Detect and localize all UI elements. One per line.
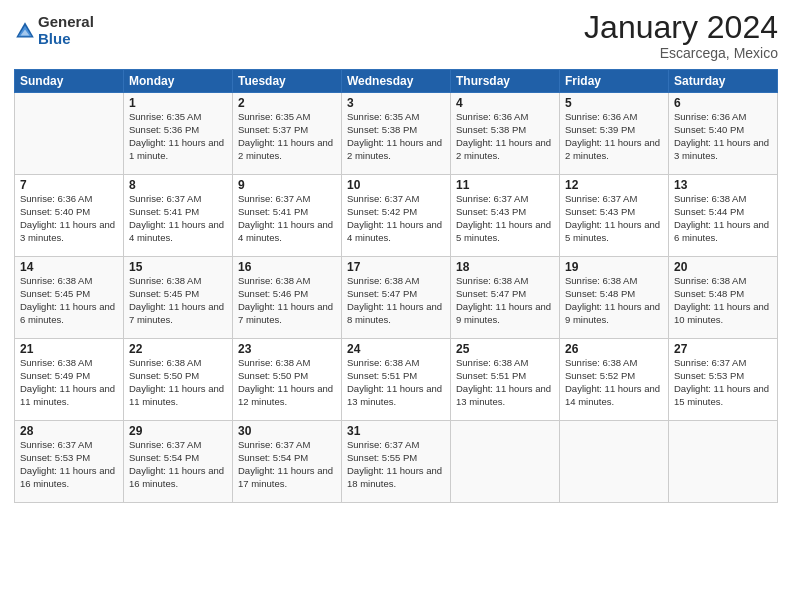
table-row: 15 Sunrise: 6:38 AM Sunset: 5:45 PM Dayl… xyxy=(124,257,233,339)
table-row: 11 Sunrise: 6:37 AM Sunset: 5:43 PM Dayl… xyxy=(451,175,560,257)
day-number: 3 xyxy=(347,96,445,110)
day-info: Sunrise: 6:36 AM Sunset: 5:39 PM Dayligh… xyxy=(565,111,663,162)
day-info: Sunrise: 6:38 AM Sunset: 5:46 PM Dayligh… xyxy=(238,275,336,326)
table-row: 18 Sunrise: 6:38 AM Sunset: 5:47 PM Dayl… xyxy=(451,257,560,339)
sunset-text: Sunset: 5:41 PM xyxy=(238,206,308,217)
daylight-text: Daylight: 11 hours and 6 minutes. xyxy=(20,301,115,325)
table-row: 9 Sunrise: 6:37 AM Sunset: 5:41 PM Dayli… xyxy=(233,175,342,257)
calendar-week-row: 28 Sunrise: 6:37 AM Sunset: 5:53 PM Dayl… xyxy=(15,421,778,503)
logo-general-text: General xyxy=(38,14,94,31)
daylight-text: Daylight: 11 hours and 12 minutes. xyxy=(238,383,333,407)
sunrise-text: Sunrise: 6:38 AM xyxy=(129,275,201,286)
daylight-text: Daylight: 11 hours and 7 minutes. xyxy=(129,301,224,325)
daylight-text: Daylight: 11 hours and 14 minutes. xyxy=(565,383,660,407)
sunrise-text: Sunrise: 6:38 AM xyxy=(456,357,528,368)
daylight-text: Daylight: 11 hours and 18 minutes. xyxy=(347,465,442,489)
day-number: 11 xyxy=(456,178,554,192)
day-info: Sunrise: 6:36 AM Sunset: 5:40 PM Dayligh… xyxy=(674,111,772,162)
table-row: 2 Sunrise: 6:35 AM Sunset: 5:37 PM Dayli… xyxy=(233,93,342,175)
day-number: 24 xyxy=(347,342,445,356)
table-row: 14 Sunrise: 6:38 AM Sunset: 5:45 PM Dayl… xyxy=(15,257,124,339)
day-number: 6 xyxy=(674,96,772,110)
day-number: 29 xyxy=(129,424,227,438)
sunrise-text: Sunrise: 6:38 AM xyxy=(20,357,92,368)
sunset-text: Sunset: 5:38 PM xyxy=(347,124,417,135)
sunrise-text: Sunrise: 6:37 AM xyxy=(674,357,746,368)
table-row: 7 Sunrise: 6:36 AM Sunset: 5:40 PM Dayli… xyxy=(15,175,124,257)
day-info: Sunrise: 6:38 AM Sunset: 5:51 PM Dayligh… xyxy=(347,357,445,408)
sunset-text: Sunset: 5:54 PM xyxy=(129,452,199,463)
day-number: 12 xyxy=(565,178,663,192)
daylight-text: Daylight: 11 hours and 16 minutes. xyxy=(129,465,224,489)
daylight-text: Daylight: 11 hours and 16 minutes. xyxy=(20,465,115,489)
daylight-text: Daylight: 11 hours and 4 minutes. xyxy=(129,219,224,243)
day-info: Sunrise: 6:37 AM Sunset: 5:55 PM Dayligh… xyxy=(347,439,445,490)
sunset-text: Sunset: 5:44 PM xyxy=(674,206,744,217)
sunset-text: Sunset: 5:45 PM xyxy=(20,288,90,299)
table-row: 1 Sunrise: 6:35 AM Sunset: 5:36 PM Dayli… xyxy=(124,93,233,175)
sunrise-text: Sunrise: 6:37 AM xyxy=(20,439,92,450)
day-info: Sunrise: 6:38 AM Sunset: 5:44 PM Dayligh… xyxy=(674,193,772,244)
sunset-text: Sunset: 5:52 PM xyxy=(565,370,635,381)
daylight-text: Daylight: 11 hours and 11 minutes. xyxy=(20,383,115,407)
daylight-text: Daylight: 11 hours and 10 minutes. xyxy=(674,301,769,325)
sunrise-text: Sunrise: 6:37 AM xyxy=(456,193,528,204)
day-info: Sunrise: 6:37 AM Sunset: 5:43 PM Dayligh… xyxy=(565,193,663,244)
day-info: Sunrise: 6:38 AM Sunset: 5:50 PM Dayligh… xyxy=(129,357,227,408)
calendar-location: Escarcega, Mexico xyxy=(584,45,778,61)
table-row: 19 Sunrise: 6:38 AM Sunset: 5:48 PM Dayl… xyxy=(560,257,669,339)
sunset-text: Sunset: 5:36 PM xyxy=(129,124,199,135)
day-number: 22 xyxy=(129,342,227,356)
sunset-text: Sunset: 5:48 PM xyxy=(565,288,635,299)
sunrise-text: Sunrise: 6:38 AM xyxy=(20,275,92,286)
sunset-text: Sunset: 5:46 PM xyxy=(238,288,308,299)
logo-blue-text: Blue xyxy=(38,31,94,48)
title-block: January 2024 Escarcega, Mexico xyxy=(584,10,778,61)
calendar-week-row: 7 Sunrise: 6:36 AM Sunset: 5:40 PM Dayli… xyxy=(15,175,778,257)
sunrise-text: Sunrise: 6:38 AM xyxy=(456,275,528,286)
daylight-text: Daylight: 11 hours and 3 minutes. xyxy=(674,137,769,161)
daylight-text: Daylight: 11 hours and 5 minutes. xyxy=(565,219,660,243)
day-number: 14 xyxy=(20,260,118,274)
table-row: 31 Sunrise: 6:37 AM Sunset: 5:55 PM Dayl… xyxy=(342,421,451,503)
day-info: Sunrise: 6:37 AM Sunset: 5:41 PM Dayligh… xyxy=(238,193,336,244)
sunset-text: Sunset: 5:43 PM xyxy=(456,206,526,217)
sunrise-text: Sunrise: 6:37 AM xyxy=(129,193,201,204)
sunrise-text: Sunrise: 6:36 AM xyxy=(565,111,637,122)
day-info: Sunrise: 6:38 AM Sunset: 5:45 PM Dayligh… xyxy=(20,275,118,326)
table-row xyxy=(451,421,560,503)
header: General Blue January 2024 Escarcega, Mex… xyxy=(14,10,778,61)
day-info: Sunrise: 6:38 AM Sunset: 5:47 PM Dayligh… xyxy=(347,275,445,326)
sunset-text: Sunset: 5:48 PM xyxy=(674,288,744,299)
day-number: 25 xyxy=(456,342,554,356)
day-info: Sunrise: 6:38 AM Sunset: 5:47 PM Dayligh… xyxy=(456,275,554,326)
table-row xyxy=(15,93,124,175)
table-row: 3 Sunrise: 6:35 AM Sunset: 5:38 PM Dayli… xyxy=(342,93,451,175)
calendar-week-row: 21 Sunrise: 6:38 AM Sunset: 5:49 PM Dayl… xyxy=(15,339,778,421)
day-number: 13 xyxy=(674,178,772,192)
daylight-text: Daylight: 11 hours and 2 minutes. xyxy=(565,137,660,161)
day-info: Sunrise: 6:36 AM Sunset: 5:40 PM Dayligh… xyxy=(20,193,118,244)
daylight-text: Daylight: 11 hours and 13 minutes. xyxy=(456,383,551,407)
col-tuesday: Tuesday xyxy=(233,70,342,93)
day-number: 17 xyxy=(347,260,445,274)
calendar-table: Sunday Monday Tuesday Wednesday Thursday… xyxy=(14,69,778,503)
col-monday: Monday xyxy=(124,70,233,93)
sunrise-text: Sunrise: 6:37 AM xyxy=(238,439,310,450)
logo-icon xyxy=(14,20,36,42)
table-row: 24 Sunrise: 6:38 AM Sunset: 5:51 PM Dayl… xyxy=(342,339,451,421)
day-info: Sunrise: 6:38 AM Sunset: 5:49 PM Dayligh… xyxy=(20,357,118,408)
day-number: 28 xyxy=(20,424,118,438)
sunset-text: Sunset: 5:50 PM xyxy=(238,370,308,381)
table-row: 28 Sunrise: 6:37 AM Sunset: 5:53 PM Dayl… xyxy=(15,421,124,503)
table-row: 12 Sunrise: 6:37 AM Sunset: 5:43 PM Dayl… xyxy=(560,175,669,257)
col-wednesday: Wednesday xyxy=(342,70,451,93)
day-info: Sunrise: 6:38 AM Sunset: 5:48 PM Dayligh… xyxy=(565,275,663,326)
day-number: 26 xyxy=(565,342,663,356)
sunrise-text: Sunrise: 6:38 AM xyxy=(565,275,637,286)
day-number: 2 xyxy=(238,96,336,110)
sunrise-text: Sunrise: 6:35 AM xyxy=(129,111,201,122)
day-info: Sunrise: 6:37 AM Sunset: 5:42 PM Dayligh… xyxy=(347,193,445,244)
day-info: Sunrise: 6:37 AM Sunset: 5:53 PM Dayligh… xyxy=(674,357,772,408)
table-row: 10 Sunrise: 6:37 AM Sunset: 5:42 PM Dayl… xyxy=(342,175,451,257)
